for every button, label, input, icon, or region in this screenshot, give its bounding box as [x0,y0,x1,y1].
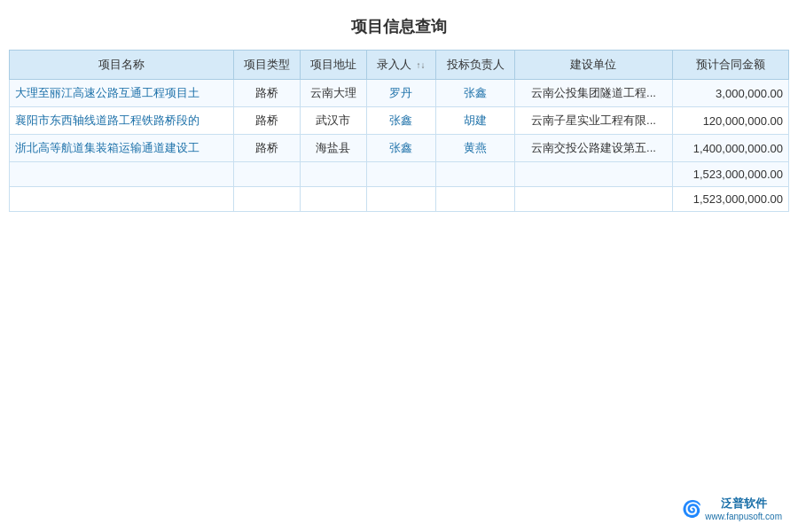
col-header-recorder: 录入人 ↑↓ [366,51,435,80]
cell-bid-manager[interactable]: 黄燕 [435,135,515,162]
sort-icon: ↑↓ [417,60,426,70]
logo-icon: 🌀 [682,499,701,519]
summary-amount: 1,523,000,000.00 [672,162,789,187]
page-title: 项目信息查询 [0,0,798,50]
cell-construction-unit: 云南公投集团隧道工程... [515,80,672,107]
total-empty-cell [10,187,234,212]
cell-bid-manager[interactable]: 胡建 [435,107,515,135]
col-header-project-type: 项目类型 [234,51,301,80]
col-header-project-name: 项目名称 [10,51,234,80]
logo-area: 🌀 泛普软件 www.fanpusoft.com [682,496,782,521]
logo-name: 泛普软件 [721,497,767,510]
total-empty-cell [301,187,367,212]
table-row: 襄阳市东西轴线道路工程铁路桥段的路桥武汉市张鑫胡建云南子星实业工程有限...12… [10,107,789,135]
col-header-project-location: 项目地址 [301,51,367,80]
cell-project-name[interactable]: 浙北高等航道集装箱运输通道建设工 [10,135,234,162]
cell-recorder[interactable]: 张鑫 [366,135,435,162]
total-empty-cell [366,187,435,212]
summary-empty-cell [366,162,435,187]
col-header-bid-manager: 投标负责人 [435,51,515,80]
cell-construction-unit: 云南子星实业工程有限... [515,107,672,135]
cell-estimated-amount: 1,400,000,000.00 [672,135,789,162]
cell-project-name[interactable]: 襄阳市东西轴线道路工程铁路桥段的 [10,107,234,135]
table-wrapper: 项目名称 项目类型 项目地址 录入人 ↑↓ 投标负责人 建设单位 预计合同金额 … [0,50,798,212]
cell-project-location: 云南大理 [301,80,367,107]
summary-row: 1,523,000,000.00 [10,162,789,187]
cell-bid-manager[interactable]: 张鑫 [435,80,515,107]
cell-project-type: 路桥 [234,107,301,135]
cell-recorder[interactable]: 张鑫 [366,107,435,135]
summary-empty-cell [515,162,672,187]
col-header-construction-unit: 建设单位 [515,51,672,80]
summary-empty-cell [10,162,234,187]
table-header-row: 项目名称 项目类型 项目地址 录入人 ↑↓ 投标负责人 建设单位 预计合同金额 [10,51,789,80]
logo-container: 泛普软件 www.fanpusoft.com [705,496,782,521]
cell-project-type: 路桥 [234,80,301,107]
cell-recorder[interactable]: 罗丹 [366,80,435,107]
total-amount: 1,523,000,000.00 [672,187,789,212]
logo-website: www.fanpusoft.com [705,512,782,521]
col-header-estimated-amount: 预计合同金额 [672,51,789,80]
table-row: 浙北高等航道集装箱运输通道建设工路桥海盐县张鑫黄燕云南交投公路建设第五...1,… [10,135,789,162]
cell-estimated-amount: 120,000,000.00 [672,107,789,135]
cell-project-type: 路桥 [234,135,301,162]
cell-estimated-amount: 3,000,000.00 [672,80,789,107]
cell-project-location: 海盐县 [301,135,367,162]
total-empty-cell [234,187,301,212]
main-table: 项目名称 项目类型 项目地址 录入人 ↑↓ 投标负责人 建设单位 预计合同金额 … [9,50,789,212]
cell-project-location: 武汉市 [301,107,367,135]
total-empty-cell [435,187,515,212]
total-empty-cell [515,187,672,212]
table-row: 大理至丽江高速公路互通工程项目土路桥云南大理罗丹张鑫云南公投集团隧道工程...3… [10,80,789,107]
cell-construction-unit: 云南交投公路建设第五... [515,135,672,162]
summary-empty-cell [301,162,367,187]
total-row: 1,523,000,000.00 [10,187,789,212]
summary-empty-cell [234,162,301,187]
summary-empty-cell [435,162,515,187]
cell-project-name[interactable]: 大理至丽江高速公路互通工程项目土 [10,80,234,107]
